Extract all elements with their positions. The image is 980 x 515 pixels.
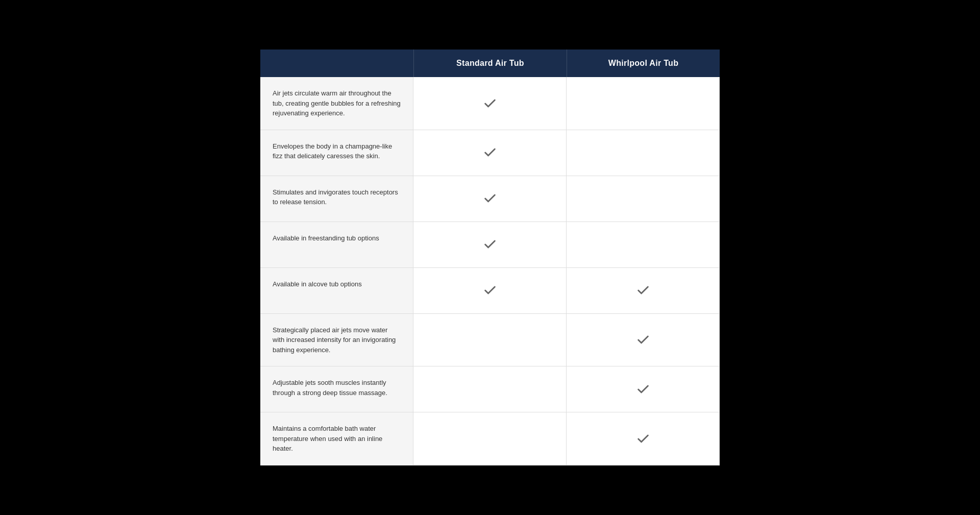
standard-check-5	[413, 314, 567, 367]
feature-desc-5: Strategically placed air jets move water…	[260, 314, 413, 367]
whirlpool-check-7	[567, 412, 720, 465]
checkmark-icon	[636, 382, 650, 397]
checkmark-icon	[636, 432, 650, 446]
checkmark-icon	[483, 191, 497, 206]
header-empty-cell	[260, 50, 413, 77]
header-whirlpool-air-tub: Whirlpool Air Tub	[567, 50, 720, 77]
feature-desc-2: Stimulates and invigorates touch recepto…	[260, 176, 413, 222]
feature-desc-6: Adjustable jets sooth muscles instantly …	[260, 366, 413, 412]
feature-desc-1: Envelopes the body in a champagne-like f…	[260, 130, 413, 176]
whirlpool-check-0	[567, 77, 720, 130]
whirlpool-check-4	[567, 268, 720, 314]
whirlpool-check-3	[567, 222, 720, 268]
standard-check-0	[413, 77, 567, 130]
table-header: Standard Air Tub Whirlpool Air Tub	[260, 50, 720, 77]
whirlpool-check-5	[567, 314, 720, 367]
feature-desc-3: Available in freestanding tub options	[260, 222, 413, 268]
header-standard-air-tub: Standard Air Tub	[413, 50, 567, 77]
checkmark-icon	[636, 333, 650, 347]
checkmark-icon	[483, 237, 497, 252]
standard-check-6	[413, 366, 567, 412]
whirlpool-check-2	[567, 176, 720, 222]
standard-check-3	[413, 222, 567, 268]
feature-desc-0: Air jets circulate warm air throughout t…	[260, 77, 413, 130]
whirlpool-check-6	[567, 366, 720, 412]
whirlpool-check-1	[567, 130, 720, 176]
feature-desc-4: Available in alcove tub options	[260, 268, 413, 314]
checkmark-icon	[483, 96, 497, 111]
checkmark-icon	[483, 145, 497, 160]
feature-desc-7: Maintains a comfortable bath water tempe…	[260, 412, 413, 465]
standard-check-7	[413, 412, 567, 465]
comparison-table: Standard Air Tub Whirlpool Air Tub Air j…	[260, 50, 720, 465]
table-body: Air jets circulate warm air throughout t…	[260, 77, 720, 465]
standard-check-4	[413, 268, 567, 314]
checkmark-icon	[636, 283, 650, 298]
standard-check-2	[413, 176, 567, 222]
checkmark-icon	[483, 283, 497, 298]
standard-check-1	[413, 130, 567, 176]
